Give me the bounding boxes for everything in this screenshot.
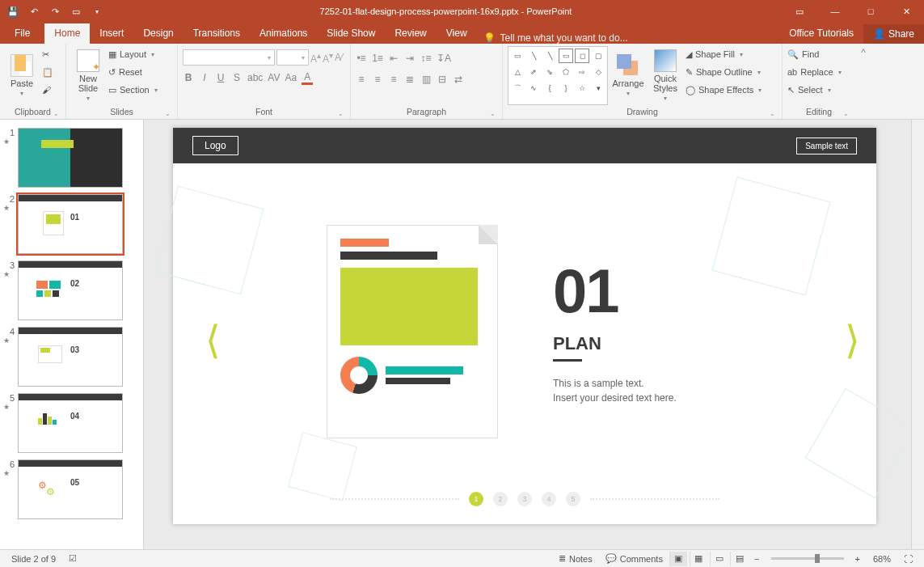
redo-icon[interactable]: ↷: [49, 5, 61, 18]
thumbnail-5[interactable]: 04: [18, 393, 123, 453]
tell-me[interactable]: 💡 Tell me what you want to do...: [483, 32, 628, 44]
thumbnail-6[interactable]: ⚙ ⚙ 05: [18, 459, 123, 519]
pager-dot-3[interactable]: 3: [517, 492, 532, 506]
normal-view-icon[interactable]: ▣: [669, 552, 687, 566]
thumbnail-3[interactable]: 02: [18, 260, 123, 320]
office-tutorials[interactable]: Office Tutorials: [779, 23, 863, 44]
line-spacing-icon[interactable]: ↕≡: [420, 53, 432, 64]
smartart-icon[interactable]: ⇄: [453, 74, 464, 85]
zoom-level[interactable]: 68%: [867, 554, 897, 564]
next-arrow-icon[interactable]: ⟩: [845, 317, 860, 362]
zoom-in-icon[interactable]: +: [849, 554, 867, 564]
paste-button[interactable]: Paste ▾: [5, 46, 39, 105]
font-size-combo[interactable]: ▾: [276, 49, 309, 66]
align-center-icon[interactable]: ≡: [372, 74, 383, 85]
maximize-icon[interactable]: □: [853, 0, 888, 23]
comments-button[interactable]: 💬 Comments: [599, 553, 669, 564]
thumbnail-4[interactable]: 03: [18, 327, 123, 387]
minimize-icon[interactable]: ―: [817, 0, 853, 23]
tab-transitions[interactable]: Transitions: [184, 23, 250, 44]
spellcheck-icon[interactable]: ☑: [62, 553, 83, 564]
notes-button[interactable]: ≣ Notes: [552, 553, 599, 564]
document-graphic[interactable]: [327, 225, 498, 438]
close-icon[interactable]: ✕: [888, 0, 924, 23]
italic-icon[interactable]: I: [199, 72, 210, 83]
shapes-gallery[interactable]: ▭╲╲▭◻▢ △⇗⇘⬠⇨◇ ⌒∿{}☆▾: [508, 46, 608, 105]
align-left-icon[interactable]: ≡: [356, 74, 367, 85]
slide-canvas[interactable]: Logo Sample text ⟨ ⟩: [173, 128, 876, 524]
slideshow-view-icon[interactable]: ▤: [730, 552, 748, 566]
new-slide-button[interactable]: ✦ New Slide ▾: [71, 46, 105, 105]
bold-icon[interactable]: B: [183, 72, 194, 83]
tab-review[interactable]: Review: [385, 23, 436, 44]
underline-icon[interactable]: U: [215, 72, 226, 83]
pager-dot-4[interactable]: 4: [542, 492, 556, 506]
text-direction-icon[interactable]: ↧A: [437, 53, 451, 64]
ribbon-display-icon[interactable]: ▭: [782, 0, 817, 23]
clear-format-icon[interactable]: A⁄: [335, 52, 343, 63]
tab-home[interactable]: Home: [44, 23, 90, 44]
slide-counter[interactable]: Slide 2 of 9: [5, 554, 62, 564]
thumbnail-2[interactable]: 01: [18, 194, 123, 254]
reset-button[interactable]: ↺Reset: [108, 64, 158, 80]
strike-icon[interactable]: S: [231, 72, 243, 83]
zoom-out-icon[interactable]: −: [748, 554, 766, 564]
share-button[interactable]: 👤 Share: [863, 24, 924, 44]
bullets-icon[interactable]: •≡: [356, 53, 367, 64]
arrange-button[interactable]: Arrange ▾: [611, 46, 645, 105]
columns-icon[interactable]: ▥: [420, 74, 432, 85]
save-icon[interactable]: 💾: [6, 5, 19, 18]
collapse-ribbon-icon[interactable]: ^: [855, 44, 871, 119]
section-button[interactable]: ▭Section: [108, 82, 158, 98]
align-text-icon[interactable]: ⊟: [437, 74, 448, 85]
pager-dot-1[interactable]: 1: [469, 492, 483, 506]
qat-more-icon[interactable]: ▾: [91, 5, 103, 18]
decrease-font-icon[interactable]: A▾: [323, 51, 333, 65]
fit-window-icon[interactable]: ⛶: [897, 554, 919, 564]
zoom-slider[interactable]: [771, 557, 844, 560]
justify-icon[interactable]: ≣: [404, 74, 416, 85]
thumbnail-1[interactable]: [18, 128, 123, 188]
cut-button[interactable]: ✂: [42, 46, 53, 62]
quick-styles-button[interactable]: Quick Styles ▾: [648, 46, 682, 105]
shadow-icon[interactable]: abc: [247, 72, 263, 83]
undo-icon[interactable]: ↶: [27, 5, 40, 18]
tab-slideshow[interactable]: Slide Show: [317, 23, 385, 44]
shape-outline-button[interactable]: ✎Shape Outline: [686, 64, 762, 80]
tab-file[interactable]: File: [0, 23, 44, 44]
shape-fill-button[interactable]: ◢Shape Fill: [686, 46, 762, 62]
pager-dot-2[interactable]: 2: [493, 492, 508, 506]
tab-animations[interactable]: Animations: [250, 23, 317, 44]
replace-label: Replace: [800, 64, 833, 80]
find-button[interactable]: 🔍Find: [787, 46, 842, 62]
replace-button[interactable]: abReplace: [787, 64, 842, 80]
numbering-icon[interactable]: 1≡: [372, 53, 383, 64]
tab-design[interactable]: Design: [133, 23, 183, 44]
layout-button[interactable]: ▦Layout: [108, 46, 158, 62]
logo-placeholder[interactable]: Logo: [192, 136, 238, 155]
tab-insert[interactable]: Insert: [90, 23, 133, 44]
increase-font-icon[interactable]: A▴: [310, 51, 321, 65]
format-painter-button[interactable]: 🖌: [42, 82, 53, 98]
font-family-combo[interactable]: ▾: [183, 49, 275, 66]
case-icon[interactable]: Aa: [285, 72, 297, 83]
reading-view-icon[interactable]: ▭: [710, 552, 728, 566]
select-button[interactable]: ↖Select: [787, 82, 842, 98]
sorter-view-icon[interactable]: ▦: [690, 552, 707, 566]
indent-left-icon[interactable]: ⇤: [388, 53, 399, 64]
indent-right-icon[interactable]: ⇥: [404, 53, 416, 64]
tab-view[interactable]: View: [437, 23, 477, 44]
shape-effects-button[interactable]: ◯Shape Effects: [686, 82, 762, 98]
slide-editor[interactable]: Logo Sample text ⟨ ⟩: [144, 120, 911, 549]
font-color-icon[interactable]: A: [302, 71, 313, 85]
align-right-icon[interactable]: ≡: [388, 74, 399, 85]
slide-text-block[interactable]: 01 PLAN This is a sample text. Insert yo…: [553, 260, 677, 405]
pager-dot-5[interactable]: 5: [566, 492, 580, 506]
slide-thumbnails[interactable]: 1★ 2★ 01 3★ 02 4★ 03: [0, 120, 144, 549]
vertical-scrollbar[interactable]: [911, 120, 924, 549]
spacing-icon[interactable]: AV: [268, 72, 280, 83]
copy-button[interactable]: 📋: [42, 64, 53, 80]
start-from-beginning-icon[interactable]: ▭: [70, 5, 82, 18]
prev-arrow-icon[interactable]: ⟨: [205, 317, 221, 362]
sample-text-button[interactable]: Sample text: [796, 138, 857, 154]
